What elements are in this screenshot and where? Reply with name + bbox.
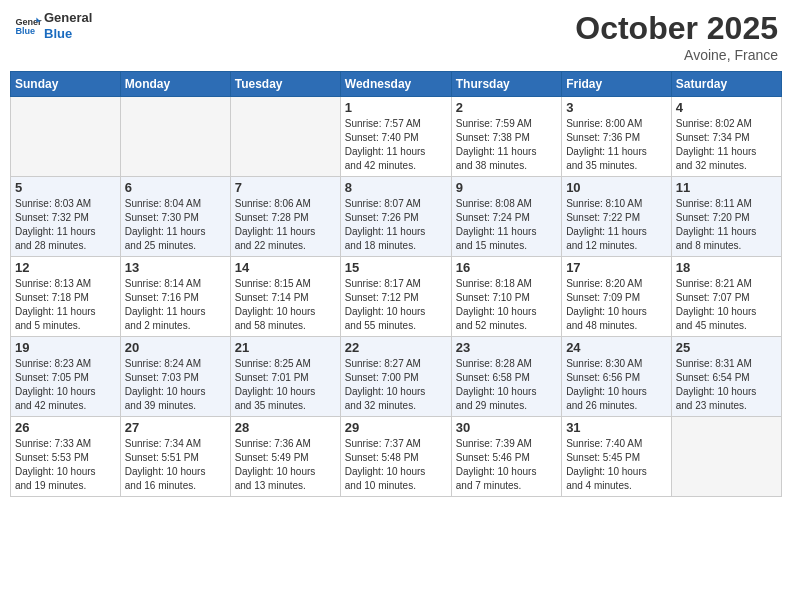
calendar-cell: 24Sunrise: 8:30 AM Sunset: 6:56 PM Dayli… [562, 337, 672, 417]
day-info: Sunrise: 8:17 AM Sunset: 7:12 PM Dayligh… [345, 277, 447, 333]
day-info: Sunrise: 8:27 AM Sunset: 7:00 PM Dayligh… [345, 357, 447, 413]
day-info: Sunrise: 8:10 AM Sunset: 7:22 PM Dayligh… [566, 197, 667, 253]
day-info: Sunrise: 7:33 AM Sunset: 5:53 PM Dayligh… [15, 437, 116, 493]
day-info: Sunrise: 7:57 AM Sunset: 7:40 PM Dayligh… [345, 117, 447, 173]
day-info: Sunrise: 8:06 AM Sunset: 7:28 PM Dayligh… [235, 197, 336, 253]
day-number: 25 [676, 340, 777, 355]
day-info: Sunrise: 8:28 AM Sunset: 6:58 PM Dayligh… [456, 357, 557, 413]
day-info: Sunrise: 7:37 AM Sunset: 5:48 PM Dayligh… [345, 437, 447, 493]
day-number: 19 [15, 340, 116, 355]
calendar-cell: 1Sunrise: 7:57 AM Sunset: 7:40 PM Daylig… [340, 97, 451, 177]
calendar-cell: 11Sunrise: 8:11 AM Sunset: 7:20 PM Dayli… [671, 177, 781, 257]
location: Avoine, France [575, 47, 778, 63]
day-number: 30 [456, 420, 557, 435]
day-number: 7 [235, 180, 336, 195]
day-number: 3 [566, 100, 667, 115]
day-number: 14 [235, 260, 336, 275]
day-info: Sunrise: 7:59 AM Sunset: 7:38 PM Dayligh… [456, 117, 557, 173]
calendar-cell: 18Sunrise: 8:21 AM Sunset: 7:07 PM Dayli… [671, 257, 781, 337]
day-number: 4 [676, 100, 777, 115]
calendar-week-row: 26Sunrise: 7:33 AM Sunset: 5:53 PM Dayli… [11, 417, 782, 497]
month-title: October 2025 [575, 10, 778, 47]
calendar-cell: 28Sunrise: 7:36 AM Sunset: 5:49 PM Dayli… [230, 417, 340, 497]
calendar: SundayMondayTuesdayWednesdayThursdayFrid… [10, 71, 782, 497]
svg-text:Blue: Blue [15, 26, 35, 36]
day-info: Sunrise: 8:11 AM Sunset: 7:20 PM Dayligh… [676, 197, 777, 253]
calendar-cell: 16Sunrise: 8:18 AM Sunset: 7:10 PM Dayli… [451, 257, 561, 337]
calendar-cell: 4Sunrise: 8:02 AM Sunset: 7:34 PM Daylig… [671, 97, 781, 177]
day-number: 11 [676, 180, 777, 195]
calendar-cell: 6Sunrise: 8:04 AM Sunset: 7:30 PM Daylig… [120, 177, 230, 257]
day-info: Sunrise: 8:04 AM Sunset: 7:30 PM Dayligh… [125, 197, 226, 253]
calendar-cell [120, 97, 230, 177]
calendar-cell: 14Sunrise: 8:15 AM Sunset: 7:14 PM Dayli… [230, 257, 340, 337]
calendar-cell: 29Sunrise: 7:37 AM Sunset: 5:48 PM Dayli… [340, 417, 451, 497]
day-info: Sunrise: 8:14 AM Sunset: 7:16 PM Dayligh… [125, 277, 226, 333]
day-info: Sunrise: 8:21 AM Sunset: 7:07 PM Dayligh… [676, 277, 777, 333]
weekday-header-tuesday: Tuesday [230, 72, 340, 97]
calendar-cell: 3Sunrise: 8:00 AM Sunset: 7:36 PM Daylig… [562, 97, 672, 177]
day-number: 21 [235, 340, 336, 355]
day-info: Sunrise: 7:39 AM Sunset: 5:46 PM Dayligh… [456, 437, 557, 493]
day-info: Sunrise: 8:23 AM Sunset: 7:05 PM Dayligh… [15, 357, 116, 413]
weekday-header-wednesday: Wednesday [340, 72, 451, 97]
day-info: Sunrise: 8:15 AM Sunset: 7:14 PM Dayligh… [235, 277, 336, 333]
day-number: 9 [456, 180, 557, 195]
calendar-cell: 25Sunrise: 8:31 AM Sunset: 6:54 PM Dayli… [671, 337, 781, 417]
day-number: 18 [676, 260, 777, 275]
title-block: October 2025 Avoine, France [575, 10, 778, 63]
day-number: 13 [125, 260, 226, 275]
day-number: 22 [345, 340, 447, 355]
weekday-header-thursday: Thursday [451, 72, 561, 97]
logo: General Blue General Blue [14, 10, 92, 41]
calendar-cell: 5Sunrise: 8:03 AM Sunset: 7:32 PM Daylig… [11, 177, 121, 257]
calendar-cell: 12Sunrise: 8:13 AM Sunset: 7:18 PM Dayli… [11, 257, 121, 337]
weekday-header-friday: Friday [562, 72, 672, 97]
calendar-cell: 26Sunrise: 7:33 AM Sunset: 5:53 PM Dayli… [11, 417, 121, 497]
day-number: 6 [125, 180, 226, 195]
day-number: 23 [456, 340, 557, 355]
day-number: 17 [566, 260, 667, 275]
calendar-cell: 7Sunrise: 8:06 AM Sunset: 7:28 PM Daylig… [230, 177, 340, 257]
logo-general: General [44, 10, 92, 26]
weekday-header-monday: Monday [120, 72, 230, 97]
weekday-header-sunday: Sunday [11, 72, 121, 97]
day-info: Sunrise: 8:00 AM Sunset: 7:36 PM Dayligh… [566, 117, 667, 173]
day-number: 1 [345, 100, 447, 115]
calendar-cell: 27Sunrise: 7:34 AM Sunset: 5:51 PM Dayli… [120, 417, 230, 497]
page: General Blue General Blue October 2025 A… [0, 0, 792, 507]
calendar-cell [671, 417, 781, 497]
day-info: Sunrise: 8:30 AM Sunset: 6:56 PM Dayligh… [566, 357, 667, 413]
logo-blue: Blue [44, 26, 92, 42]
weekday-header-saturday: Saturday [671, 72, 781, 97]
calendar-week-row: 5Sunrise: 8:03 AM Sunset: 7:32 PM Daylig… [11, 177, 782, 257]
header: General Blue General Blue October 2025 A… [10, 10, 782, 63]
calendar-cell: 2Sunrise: 7:59 AM Sunset: 7:38 PM Daylig… [451, 97, 561, 177]
day-number: 20 [125, 340, 226, 355]
day-info: Sunrise: 8:24 AM Sunset: 7:03 PM Dayligh… [125, 357, 226, 413]
day-number: 16 [456, 260, 557, 275]
logo-icon: General Blue [14, 12, 42, 40]
day-number: 12 [15, 260, 116, 275]
day-number: 31 [566, 420, 667, 435]
calendar-cell: 19Sunrise: 8:23 AM Sunset: 7:05 PM Dayli… [11, 337, 121, 417]
calendar-week-row: 1Sunrise: 7:57 AM Sunset: 7:40 PM Daylig… [11, 97, 782, 177]
day-info: Sunrise: 7:34 AM Sunset: 5:51 PM Dayligh… [125, 437, 226, 493]
day-info: Sunrise: 8:02 AM Sunset: 7:34 PM Dayligh… [676, 117, 777, 173]
day-info: Sunrise: 8:18 AM Sunset: 7:10 PM Dayligh… [456, 277, 557, 333]
day-info: Sunrise: 8:13 AM Sunset: 7:18 PM Dayligh… [15, 277, 116, 333]
calendar-cell: 17Sunrise: 8:20 AM Sunset: 7:09 PM Dayli… [562, 257, 672, 337]
day-info: Sunrise: 7:40 AM Sunset: 5:45 PM Dayligh… [566, 437, 667, 493]
day-info: Sunrise: 8:25 AM Sunset: 7:01 PM Dayligh… [235, 357, 336, 413]
calendar-week-row: 19Sunrise: 8:23 AM Sunset: 7:05 PM Dayli… [11, 337, 782, 417]
day-number: 24 [566, 340, 667, 355]
calendar-cell: 23Sunrise: 8:28 AM Sunset: 6:58 PM Dayli… [451, 337, 561, 417]
day-number: 28 [235, 420, 336, 435]
day-number: 5 [15, 180, 116, 195]
day-number: 15 [345, 260, 447, 275]
calendar-cell: 20Sunrise: 8:24 AM Sunset: 7:03 PM Dayli… [120, 337, 230, 417]
calendar-cell: 31Sunrise: 7:40 AM Sunset: 5:45 PM Dayli… [562, 417, 672, 497]
calendar-cell [11, 97, 121, 177]
calendar-cell [230, 97, 340, 177]
calendar-cell: 9Sunrise: 8:08 AM Sunset: 7:24 PM Daylig… [451, 177, 561, 257]
